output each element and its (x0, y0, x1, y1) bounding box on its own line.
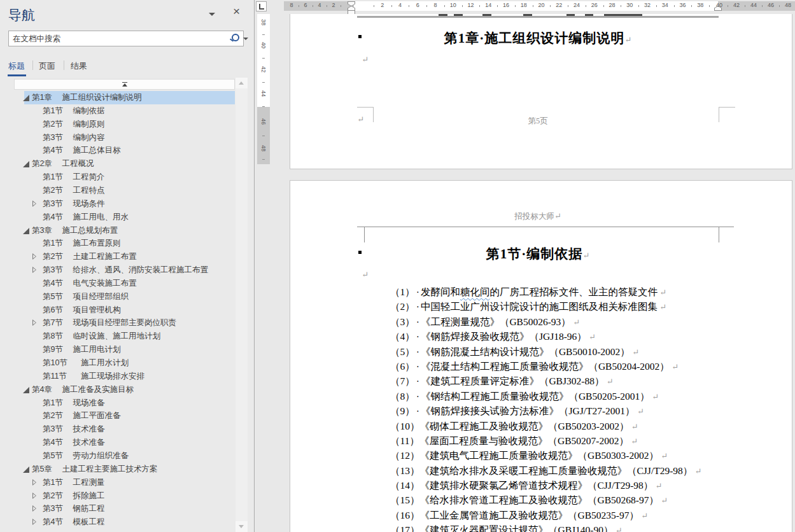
tree-section-item[interactable]: 第1节工程简介 (0, 171, 236, 184)
tree-item-number: 第2节 (43, 118, 63, 131)
reference-line[interactable]: （8）·《钢结构工程施工质量验收规范》（GB50205-2001）↵ (390, 389, 747, 403)
tree-section-item[interactable]: 第1节现场准备 (0, 396, 236, 410)
tab-结果[interactable]: 结果 (71, 60, 87, 72)
tree-section-item[interactable]: 第2节编制原则 (0, 118, 236, 131)
expanded-triangle-icon[interactable] (23, 95, 29, 101)
chapter-heading[interactable]: 第1章·施工组织设计编制说明↵ (357, 29, 719, 47)
reference-line[interactable]: （13）《建筑给水排水及采暖工程施工质量验收规范》（CJJ/T29-98）↵ (390, 463, 747, 478)
jump-to-top-button[interactable] (14, 79, 235, 90)
ruler-tick (568, 5, 568, 7)
ruler-number: 22 (556, 2, 562, 8)
ruler-tick (762, 5, 763, 7)
reference-line[interactable]: （14）《建筑排水硬聚氯乙烯管道技术规程》（CJJ/T29-98）↵ (390, 478, 747, 493)
tree-item-label: 编制原则 (73, 118, 105, 131)
tab-页面[interactable]: 页面 (39, 60, 55, 72)
tree-section-item[interactable]: 第2节施工平面准备 (0, 409, 236, 423)
reference-line[interactable]: （2）·中国轻工业广州设计院设计的施工图纸及相关标准图集↵ (390, 299, 747, 314)
tree-section-item[interactable]: 第6节项目管理机构 (0, 304, 236, 317)
scroll-up-arrow-icon[interactable] (236, 78, 248, 88)
pane-close-icon[interactable]: × (233, 5, 240, 18)
ruler-tick (745, 5, 745, 7)
expanded-triangle-icon[interactable] (23, 228, 29, 234)
document-page-6[interactable]: 招投标大师↵ 第1节·编制依据↵ ↵ （1）·发酵间和糖化间的厂房工程招标文件、… (290, 180, 792, 532)
ruler-tick (262, 106, 265, 107)
ruler-number: 24 (573, 2, 580, 8)
reference-number: （8） (390, 391, 415, 402)
search-input[interactable] (11, 32, 205, 45)
reference-text: 《建筑给水排水及采暖工程施工质量验收规范》（CJJ/T29-98） (420, 465, 693, 476)
tree-section-item[interactable]: 第2节工程特点 (0, 184, 236, 197)
tree-chapter-item[interactable]: 第4章施工准备及实施目标 (0, 383, 236, 396)
collapsed-triangle-icon[interactable] (32, 267, 36, 273)
tree-chapter-item[interactable]: 第3章施工总规划布置 (0, 224, 236, 237)
collapsed-triangle-icon[interactable] (32, 319, 36, 326)
reference-line[interactable]: （12）《建筑电气工程施工质量验收规范》（GB50303-2002）↵ (390, 448, 747, 463)
tree-section-item[interactable]: 第4节模板工程 (0, 515, 236, 529)
reference-line[interactable]: （15）《给水排水管道工程施工及验收规范》（GB50268-97）↵ (390, 493, 747, 507)
ruler-number: 12 (467, 2, 474, 8)
tree-section-item[interactable]: 第8节临时设施、施工用地计划 (0, 330, 236, 343)
reference-line[interactable]: （4）·《钢筋焊接及验收规范》（JGJ18-96）↵ (390, 329, 747, 344)
collapsed-triangle-icon[interactable] (32, 479, 36, 486)
reference-number: （15） (390, 494, 420, 505)
collapsed-triangle-icon[interactable] (32, 519, 36, 525)
tree-section-item[interactable]: 第7节现场项目经理部主要岗位职责 (0, 316, 236, 330)
reference-line[interactable]: （16）《工业金属管道施工及验收规范》（GB50235-97）↵ (390, 508, 747, 522)
tree-section-item[interactable]: 第9节施工用电计划 (0, 343, 236, 356)
reference-line[interactable]: （1）·发酵间和糖化间的厂房工程招标文件、业主的答疑文件↵ (390, 284, 747, 299)
reference-line[interactable]: （9）·《钢筋焊接接头试验方法标准》（JGJ/T27-2001）↵ (390, 403, 747, 418)
scroll-down-arrow-icon[interactable] (236, 521, 248, 532)
expanded-triangle-icon[interactable] (23, 387, 29, 393)
tree-section-item[interactable]: 第4节技术准备 (0, 436, 236, 449)
tree-section-item[interactable]: 第5节劳动力组织准备 (0, 449, 236, 463)
collapsed-triangle-icon[interactable] (32, 505, 36, 512)
navigation-pane: 导航 × 标题页面结果 第1章施工组织设计编制说明第1节编制依据第2节编制原则第… (0, 0, 255, 532)
tree-section-item[interactable]: 第3节现场条件 (0, 197, 236, 211)
reference-line[interactable]: （7）·《建筑工程质量评定标准》（GBJ302-88）↵ (390, 374, 747, 388)
collapsed-triangle-icon[interactable] (32, 253, 36, 260)
tree-section-item[interactable]: 第3节技术准备 (0, 423, 236, 436)
reference-text: 《工程测量规范》（GB50026-93） (421, 316, 571, 327)
tree-section-item[interactable]: 第11节施工现场排水安排 (0, 370, 236, 383)
nav-scrollbar[interactable] (236, 78, 248, 532)
tree-section-item[interactable]: 第1节工程测量 (0, 476, 236, 489)
tree-section-item[interactable]: 第2节土建工程施工布置 (0, 250, 236, 263)
ruler-number: 8 (290, 2, 293, 8)
reference-line[interactable]: （6）·《混凝土结构工程施工质量验收规范》（GB50204-2002）↵ (390, 359, 747, 374)
tree-section-item[interactable]: 第4节施工总体目标 (0, 144, 236, 157)
pane-options-chevron-down-icon[interactable] (209, 13, 215, 16)
tree-section-item[interactable]: 第2节拆除施工 (0, 489, 236, 503)
ruler-number: 14 (485, 2, 491, 8)
tree-section-item[interactable]: 第3节钢筋工程 (0, 502, 236, 515)
collapsed-triangle-icon[interactable] (32, 200, 36, 207)
tree-chapter-item[interactable]: 第1章施工组织设计编制说明 (0, 91, 236, 104)
reference-line[interactable]: （17）《建筑灭火器配置设计规范》（GBJ140-90）↵ (390, 522, 747, 532)
reference-line[interactable]: （3）·《工程测量规范》（GB50026-93）↵ (390, 314, 747, 329)
collapsed-triangle-icon[interactable] (32, 493, 36, 499)
tree-section-item[interactable]: 第1节施工布置原则 (0, 237, 236, 250)
reference-line[interactable]: （11）《屋面工程质量与验收规范》（GB50207-2002）↵ (390, 433, 747, 448)
tree-chapter-item[interactable]: 第2章工程概况 (0, 157, 236, 171)
document-page-5[interactable]: 第1章·施工组织设计编制说明↵ ↵ ↵ 第5页 (290, 14, 792, 169)
ruler-tick (586, 5, 586, 7)
search-options-chevron-down-icon[interactable] (243, 38, 248, 40)
tree-section-item[interactable]: 第1节编制依据 (0, 104, 236, 118)
ruler-number: 2 (381, 2, 384, 8)
search-icon[interactable] (229, 34, 239, 43)
tree-section-item[interactable]: 第3节给排水、通风、消防安装工程施工布置 (0, 263, 236, 277)
tree-section-item[interactable]: 第5节项目经理部组织 (0, 290, 236, 304)
section-heading[interactable]: 第1节·编制依据↵ (357, 245, 719, 263)
reference-line[interactable]: （10）《砌体工程施工及验收规范》（GB50203-2002）↵ (390, 419, 747, 433)
tree-section-item[interactable]: 第3节编制内容 (0, 131, 236, 144)
tree-section-item[interactable]: 第10节施工用水计划 (0, 356, 236, 370)
reference-text: 发酵间和 (421, 286, 460, 297)
expanded-triangle-icon[interactable] (23, 466, 29, 473)
expanded-triangle-icon[interactable] (23, 161, 29, 167)
tree-item-label: 土建工程主要施工技术方案 (62, 463, 158, 476)
reference-line[interactable]: （5）·《钢筋混凝土结构设计规范》（GB50010-2002）↵ (390, 344, 747, 359)
tab-标题[interactable]: 标题 (8, 60, 25, 72)
tree-chapter-item[interactable]: 第5章土建工程主要施工技术方案 (0, 463, 236, 476)
tree-section-item[interactable]: 第4节施工用电、用水 (0, 211, 236, 224)
paragraph-mark: ↵ (632, 347, 639, 357)
tree-section-item[interactable]: 第4节电气安装施工布置 (0, 277, 236, 290)
